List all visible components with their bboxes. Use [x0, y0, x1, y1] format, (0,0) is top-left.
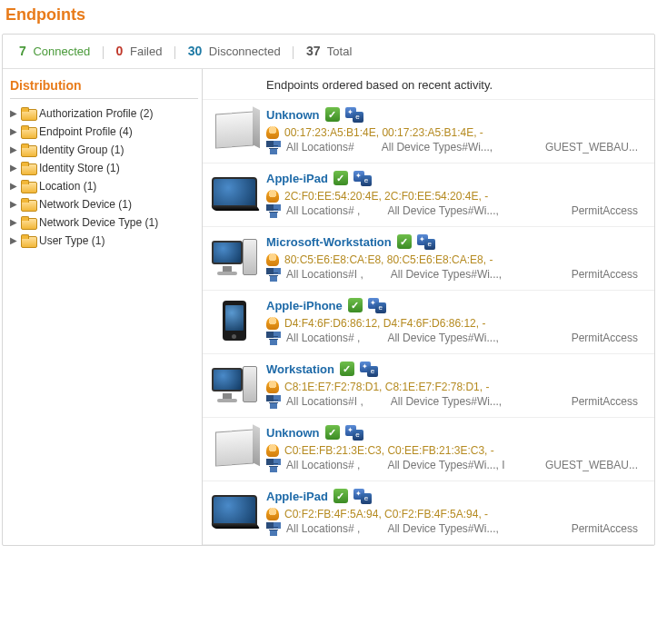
unknown-device-icon: [215, 111, 254, 148]
expand-arrow-icon[interactable]: ▶: [10, 108, 17, 118]
endpoint-row[interactable]: Unknown✓✦eC0:EE:FB:21:3E:C3, C0:EE:FB:21…: [203, 418, 654, 481]
expand-arrow-icon[interactable]: ▶: [10, 144, 17, 154]
person-icon: [266, 508, 279, 520]
status-check-icon: ✓: [333, 171, 348, 185]
disconnected-count: 30: [188, 44, 203, 58]
expand-arrow-icon[interactable]: ▶: [10, 235, 17, 245]
distribution-sidebar: Distribution ▶Authorization Profile (2)▶…: [3, 69, 203, 545]
expand-arrow-icon[interactable]: ▶: [10, 163, 17, 173]
folder-icon: [21, 144, 35, 155]
status-check-icon: ✓: [333, 489, 348, 503]
failed-count: 0: [116, 44, 124, 58]
expand-arrow-icon[interactable]: ▶: [10, 126, 17, 136]
endpoint-mac: C0:EE:FB:21:3E:C3, C0:EE:FB:21:3E:C3, -: [284, 444, 494, 457]
tree-item[interactable]: ▶Network Device (1): [10, 195, 198, 213]
tree-item-label: Network Device (1): [39, 198, 132, 211]
endpoint-mac: C0:F2:FB:4F:5A:94, C0:F2:FB:4F:5A:94, -: [284, 508, 488, 520]
endpoint-details: Apple-iPhone✓✦eD4:F4:6F:D6:86:12, D4:F4:…: [266, 298, 645, 346]
list-heading: Endpoints ordered based on recent activi…: [203, 74, 654, 100]
endpoint-auth-result: PermitAccess: [572, 332, 645, 344]
endpoint-row[interactable]: Workstation✓✦eC8:1E:E7:F2:78:D1, C8:1E:E…: [203, 354, 654, 418]
profile-pair-icon: ✦e: [360, 362, 378, 377]
expand-arrow-icon[interactable]: ▶: [10, 199, 17, 209]
endpoints-panel: 7 Connected 0 Failed 30 Disconnected 37 …: [2, 34, 655, 546]
endpoint-device-icon: [212, 107, 257, 153]
network-icon: [266, 204, 281, 217]
tree-item-label: Endpoint Profile (4): [39, 125, 133, 138]
workstation-icon: [212, 364, 257, 404]
endpoint-row[interactable]: Apple-iPad✓✦e2C:F0:EE:54:20:4E, 2C:F0:EE…: [203, 163, 654, 227]
folder-icon: [21, 107, 35, 119]
separator: [293, 46, 294, 59]
tree-item[interactable]: ▶Network Device Type (1): [10, 213, 198, 232]
endpoint-location: All Locations# ,: [286, 459, 360, 471]
folder-icon: [21, 198, 35, 210]
endpoint-auth-result: PermitAccess: [572, 204, 645, 217]
network-icon: [266, 332, 281, 344]
tree-item-label: Network Device Type (1): [39, 216, 158, 229]
endpoint-mac: 00:17:23:A5:B1:4E, 00:17:23:A5:B1:4E, -: [284, 126, 483, 139]
tree-item[interactable]: ▶Authorization Profile (2): [10, 104, 198, 123]
status-check-icon: ✓: [397, 234, 412, 249]
tree-item[interactable]: ▶Identity Group (1): [10, 141, 198, 159]
person-icon: [266, 126, 279, 139]
endpoint-name-link[interactable]: Apple-iPhone: [266, 299, 343, 312]
summary-disconnected[interactable]: 30 Disconnected: [188, 45, 284, 58]
endpoint-row[interactable]: Microsoft-Workstation✓✦e80:C5:E6:E8:CA:E…: [203, 227, 654, 291]
endpoint-device-type: All Device Types#Wi...,: [391, 395, 502, 408]
endpoint-name-link[interactable]: Unknown: [266, 426, 320, 440]
endpoint-auth-result: GUEST_WEBAU...: [545, 141, 645, 154]
summary-connected[interactable]: 7 Connected: [19, 45, 94, 58]
endpoint-name-link[interactable]: Apple-iPad: [266, 490, 328, 503]
tree-item-label: Identity Store (1): [39, 162, 120, 174]
folder-icon: [21, 125, 35, 137]
workstation-icon: [212, 237, 257, 277]
status-check-icon: ✓: [340, 362, 354, 376]
tree-item[interactable]: ▶Identity Store (1): [10, 159, 198, 177]
tree-item-label: Location (1): [39, 180, 96, 193]
tree-item-label: User Type (1): [39, 234, 105, 247]
endpoint-device-type: All Device Types#Wi...,: [387, 332, 498, 344]
status-check-icon: ✓: [348, 298, 363, 312]
endpoint-device-icon: [212, 298, 257, 343]
endpoint-mac: D4:F4:6F:D6:86:12, D4:F4:6F:D6:86:12, -: [284, 317, 485, 330]
endpoint-row[interactable]: Apple-iPhone✓✦eD4:F4:6F:D6:86:12, D4:F4:…: [203, 291, 654, 354]
profile-pair-icon: ✦e: [353, 171, 372, 186]
tree-item[interactable]: ▶Location (1): [10, 177, 198, 195]
expand-arrow-icon[interactable]: ▶: [10, 181, 17, 191]
profile-pair-icon: ✦e: [417, 234, 435, 250]
endpoint-row[interactable]: Unknown✓✦e00:17:23:A5:B1:4E, 00:17:23:A5…: [203, 100, 654, 163]
endpoint-row[interactable]: Apple-iPad✓✦eC0:F2:FB:4F:5A:94, C0:F2:FB…: [203, 481, 654, 545]
folder-icon: [21, 162, 35, 173]
endpoint-name-link[interactable]: Apple-iPad: [266, 172, 328, 185]
disconnected-label: Disconnected: [209, 45, 281, 58]
endpoint-auth-result: PermitAccess: [572, 268, 645, 281]
endpoint-device-type: All Device Types#Wi...,: [387, 522, 498, 535]
failed-label: Failed: [130, 45, 162, 58]
summary-total[interactable]: 37 Total: [306, 45, 352, 58]
endpoint-device-type: All Device Types#Wi...,: [387, 204, 498, 217]
person-icon: [266, 444, 279, 457]
tree-item[interactable]: ▶Endpoint Profile (4): [10, 123, 198, 141]
profile-pair-icon: ✦e: [353, 489, 372, 504]
endpoint-location: All Locations# ,: [286, 332, 360, 344]
network-icon: [266, 395, 281, 408]
connected-label: Connected: [33, 45, 90, 58]
endpoint-location: All Locations#I ,: [286, 268, 363, 281]
expand-arrow-icon[interactable]: ▶: [10, 217, 17, 227]
endpoint-name-link[interactable]: Workstation: [266, 362, 334, 376]
endpoint-device-type: All Device Types#Wi...,: [382, 141, 493, 154]
endpoint-location: All Locations#I ,: [286, 395, 363, 408]
tree-item[interactable]: ▶User Type (1): [10, 232, 198, 250]
person-icon: [266, 317, 279, 330]
folder-icon: [21, 216, 35, 228]
page-title: Endpoints: [0, 0, 657, 34]
endpoint-name-link[interactable]: Microsoft-Workstation: [266, 235, 392, 249]
endpoint-name-link[interactable]: Unknown: [266, 108, 320, 122]
endpoint-details: Workstation✓✦eC8:1E:E7:F2:78:D1, C8:1E:E…: [266, 362, 645, 410]
summary-bar: 7 Connected 0 Failed 30 Disconnected 37 …: [3, 35, 654, 69]
endpoint-device-icon: [212, 489, 257, 534]
endpoint-mac: 2C:F0:EE:54:20:4E, 2C:F0:EE:54:20:4E, -: [284, 190, 488, 203]
summary-failed[interactable]: 0 Failed: [116, 45, 165, 58]
status-check-icon: ✓: [325, 425, 340, 440]
